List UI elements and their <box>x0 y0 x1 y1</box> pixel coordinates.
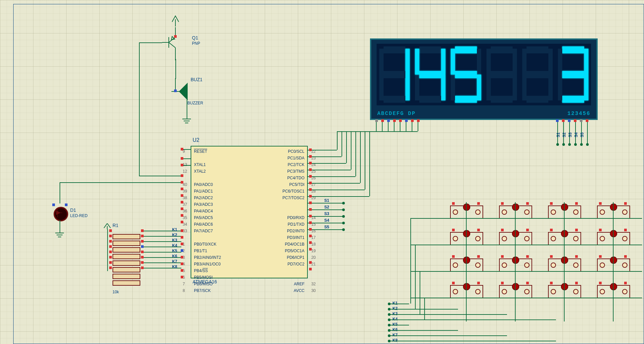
net-label-K5: K5 <box>172 249 177 253</box>
segment-E <box>379 75 384 100</box>
digit-6 <box>557 45 589 104</box>
pnp-symbol-icon <box>162 27 189 60</box>
q1-ref: Q1 <box>192 35 198 40</box>
segment-F <box>379 49 384 75</box>
net-label-S4: S4 <box>324 218 329 223</box>
segment-E <box>415 75 419 100</box>
digit-4 <box>486 45 518 104</box>
keypad-key-r0-c3[interactable] <box>597 205 630 219</box>
segment-A <box>562 46 584 53</box>
keypad-key-r0-c2[interactable] <box>548 205 581 219</box>
net-label-disp-S5: S5 <box>580 133 584 138</box>
segment-B <box>584 49 588 75</box>
segment-A <box>491 46 512 53</box>
net-label-S3: S3 <box>324 211 329 216</box>
segment-E <box>451 75 455 100</box>
resistor-r8 <box>113 280 140 286</box>
keypad-key-r1-c1[interactable] <box>499 232 532 245</box>
mcu-pin-PB2/AIN0/INT2: PB2/AIN0/INT2 <box>194 255 221 260</box>
digit-3 <box>450 45 482 104</box>
mcu-pin-XTAL1: XTAL1 <box>194 162 206 167</box>
net-label-disp-S3: S3 <box>568 133 573 138</box>
segment-B <box>477 49 481 75</box>
keypad-key-r3-c3[interactable] <box>597 285 630 298</box>
mcu-pin-PA2/ADC2: PA2/ADC2 <box>194 196 213 200</box>
net-label-K7: K7 <box>172 259 177 264</box>
keypad-key-r3-c1[interactable] <box>499 285 532 298</box>
segment-F <box>558 49 562 75</box>
mcu-pin-PC5/TDI: PC5/TDI <box>289 182 304 187</box>
segment-B <box>548 49 553 75</box>
mcu-pin-RESET: RESET <box>194 149 207 154</box>
display-pin-label-right: 123456 <box>567 111 590 117</box>
d1-ref: D1 <box>70 207 76 213</box>
segment-D <box>562 96 584 103</box>
mcu-pin-PD6/ICP1: PD6/ICP1 <box>287 255 304 260</box>
mcu-pin-PA3/ADC3: PA3/ADC3 <box>194 202 213 207</box>
segment-F <box>451 49 455 75</box>
segment-C <box>405 75 410 100</box>
keypad-key-r2-c0[interactable] <box>450 258 483 272</box>
segment-D <box>491 96 512 103</box>
segment-B <box>405 49 410 75</box>
digit-5 <box>522 45 553 104</box>
q1-part: PNP <box>192 41 200 46</box>
mcu-pin-PC0/SCL: PC0/SCL <box>288 149 304 154</box>
keypad-key-r1-c3[interactable] <box>597 232 630 245</box>
resistor-r5 <box>113 260 140 266</box>
mcu-pin-PC3/TMS: PC3/TMS <box>287 169 304 174</box>
mcu-pin-PC1/SDA: PC1/SDA <box>288 156 304 160</box>
keypad-key-r3-c0[interactable] <box>450 285 483 298</box>
keypad-key-r2-c1[interactable] <box>499 258 532 272</box>
segment-A <box>384 46 405 53</box>
resistor-r3 <box>113 247 140 253</box>
mcu-pin-PA4/ADC4: PA4/ADC4 <box>194 209 213 213</box>
net-label-S5: S5 <box>324 225 329 229</box>
mcu-pin-PB4/SS: PB4/SS <box>194 268 208 273</box>
net-label-K8: K8 <box>172 264 177 269</box>
seven-seg-display: ABCDEFG DP 123456 <box>370 38 598 120</box>
resistor-r7 <box>113 274 140 279</box>
resistor-r4 <box>113 254 140 259</box>
segment-E <box>558 75 562 100</box>
keypad-key-r3-c2[interactable] <box>548 285 581 298</box>
keypad-key-r1-c2[interactable] <box>548 232 581 245</box>
r1-val: 10k <box>113 290 119 294</box>
segment-C <box>513 75 517 100</box>
resistor-r1 <box>113 234 140 239</box>
segment-B <box>441 49 445 75</box>
net-label-disp-S2: S2 <box>562 133 567 138</box>
mcu-pin-PA6/ADC6: PA6/ADC6 <box>194 222 213 227</box>
mcu-pin-AREF: AREF <box>294 282 304 286</box>
segment-C <box>584 75 588 100</box>
segment-G <box>419 71 441 78</box>
mcu-pin-PD0/RXD: PD0/RXD <box>287 215 304 220</box>
led-d1 <box>54 207 68 221</box>
mcu-pin-XTAL2: XTAL2 <box>194 169 206 174</box>
keypad-key-r1-c0[interactable] <box>450 232 483 245</box>
segment-G <box>491 71 512 78</box>
buz-part: BUZZER <box>187 101 203 105</box>
mcu-atmega16: U2 ATMEGA16 9RESET13XTAL112XTAL240PA0/AD… <box>191 146 308 278</box>
keypad-key-r0-c1[interactable] <box>499 205 532 219</box>
keypad-net-K4: K4 <box>392 317 397 321</box>
segment-D <box>419 96 441 103</box>
keypad-key-r2-c2[interactable] <box>548 258 581 272</box>
power-vcc-q1 <box>171 15 179 27</box>
schematic-canvas[interactable]: ABCDEFG DP 123456 U2 ATMEGA16 9RESET13XT… <box>0 0 644 344</box>
mcu-pin-PA7/ADC7: PA7/ADC7 <box>194 229 213 233</box>
segment-D <box>527 96 548 103</box>
segment-F <box>415 49 419 75</box>
keypad-key-r2-c3[interactable] <box>597 258 630 272</box>
mcu-pin-PD2/INT0: PD2/INT0 <box>287 229 304 233</box>
keypad-net-K5: K5 <box>392 322 397 327</box>
mcu-pin-PD1/TXD: PD1/TXD <box>288 222 304 227</box>
segment-E <box>486 75 491 100</box>
gnd-buzzer <box>182 119 191 123</box>
mcu-pin-PA5/ADC5: PA5/ADC5 <box>194 215 213 220</box>
keypad-key-r0-c0[interactable] <box>450 205 483 219</box>
mcu-pin-PB5/MOSI: PB5/MOSI <box>194 275 213 280</box>
segment-E <box>522 75 527 100</box>
mcu-pin-AVCC: AVCC <box>294 288 304 293</box>
mcu-pin-PC2/TCK: PC2/TCK <box>288 162 304 167</box>
